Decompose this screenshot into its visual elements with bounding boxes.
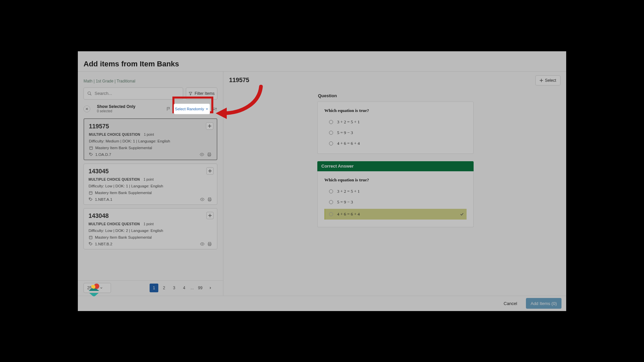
svg-point-8 bbox=[90, 154, 91, 154]
item-meta: Difficulty: Medium | DOK: 1 | Language: … bbox=[89, 139, 212, 143]
svg-rect-23 bbox=[89, 236, 92, 239]
preview-header: 119575 Select bbox=[229, 75, 560, 85]
search-input[interactable]: Search... bbox=[84, 87, 183, 100]
select-button[interactable]: Select bbox=[535, 75, 560, 85]
item-bank: Mastery Item Bank Supplemental bbox=[89, 146, 212, 150]
cancel-button[interactable]: Cancel bbox=[498, 298, 523, 309]
item-card[interactable]: 143048 MULTIPLE CHOICE QUESTION 1 point … bbox=[84, 208, 217, 249]
item-bank-label: Mastery Item Bank Supplemental bbox=[95, 191, 152, 195]
sort-icon[interactable] bbox=[213, 107, 217, 111]
next-page-button[interactable] bbox=[206, 284, 215, 292]
left-panel: Math | 1st Grade | Traditional Search...… bbox=[78, 71, 223, 296]
clear-selection-button[interactable] bbox=[84, 106, 90, 112]
radio-icon bbox=[329, 131, 333, 135]
bank-icon bbox=[89, 191, 93, 195]
page-button[interactable]: 2 bbox=[160, 284, 168, 292]
passage-icon[interactable] bbox=[200, 242, 205, 246]
correct-answer-panel: Which equation is true? 3 + 2 = 5 + 1 5 … bbox=[317, 171, 474, 227]
filter-items-button[interactable]: Filter Items bbox=[186, 87, 217, 100]
svg-point-25 bbox=[202, 243, 203, 244]
chevron-right-icon bbox=[209, 286, 212, 290]
modal-add-items: Add items from Item Banks Math | 1st Gra… bbox=[78, 51, 566, 311]
item-meta: Difficulty: Low | DOK: 2 | Language: Eng… bbox=[89, 229, 212, 233]
question-text: Which equation is true? bbox=[324, 177, 467, 183]
breadcrumb[interactable]: Math | 1st Grade | Traditional bbox=[84, 79, 135, 83]
show-selected-label: Show Selected Only bbox=[97, 105, 136, 109]
check-icon bbox=[460, 212, 464, 216]
tag-icon bbox=[89, 152, 93, 157]
select-randomly-button[interactable]: Select Randomly bbox=[174, 104, 210, 114]
question-text: Which equation is true? bbox=[324, 108, 467, 113]
add-items-button[interactable]: Add Items (0) bbox=[526, 298, 561, 309]
item-standard: 1.NBT.B.2 bbox=[95, 242, 112, 246]
page-button[interactable]: 99 bbox=[196, 284, 205, 292]
add-item-button[interactable] bbox=[206, 122, 213, 130]
svg-point-16 bbox=[90, 198, 90, 199]
answer-text: 4 + 6 = 6 + 4 bbox=[337, 212, 360, 217]
item-meta: Difficulty: Low | DOK: 1 | Language: Eng… bbox=[89, 184, 212, 188]
answer-option[interactable]: 5 = 9 − 3 bbox=[329, 130, 467, 135]
bank-icon bbox=[89, 146, 93, 150]
filter-label: Filter Items bbox=[195, 91, 214, 96]
item-card[interactable]: 119575 MULTIPLE CHOICE QUESTION 1 point … bbox=[84, 118, 217, 160]
answer-text: 5 = 9 − 3 bbox=[337, 130, 353, 135]
select-label: Select bbox=[545, 78, 556, 83]
print-icon[interactable] bbox=[207, 197, 212, 202]
item-bank-label: Mastery Item Bank Supplemental bbox=[95, 146, 152, 150]
item-standard: 1.NBT.A.1 bbox=[95, 197, 112, 201]
answer-option[interactable]: 4 + 6 = 6 + 4 bbox=[329, 141, 467, 146]
plus-icon bbox=[208, 124, 211, 128]
answer-option[interactable]: 3 + 2 = 5 + 1 bbox=[329, 119, 467, 125]
radio-icon bbox=[329, 200, 333, 204]
pager: 1 2 3 4 ... 99 bbox=[150, 284, 215, 292]
radio-icon bbox=[329, 120, 333, 124]
page-ellipsis: ... bbox=[190, 286, 195, 290]
selection-controls: Show Selected Only 0 selected Select Ran… bbox=[84, 103, 217, 115]
print-icon[interactable] bbox=[207, 152, 212, 157]
flag-icon[interactable] bbox=[166, 107, 171, 111]
svg-rect-7 bbox=[90, 146, 93, 149]
passage-icon[interactable] bbox=[200, 197, 205, 202]
select-randomly-label: Select Randomly bbox=[175, 107, 204, 111]
item-footer: 1.NBT.A.1 bbox=[89, 197, 212, 202]
svg-point-0 bbox=[88, 92, 91, 94]
radio-icon bbox=[329, 212, 333, 216]
radio-icon bbox=[329, 189, 333, 193]
funnel-icon bbox=[189, 92, 193, 96]
chevron-down-icon bbox=[205, 107, 209, 111]
bank-icon bbox=[89, 235, 93, 240]
add-item-button[interactable] bbox=[206, 167, 214, 175]
page-button[interactable]: 4 bbox=[180, 284, 189, 292]
search-placeholder: Search... bbox=[95, 91, 112, 96]
passage-icon[interactable] bbox=[199, 152, 205, 157]
answer-text: 4 + 6 = 6 + 4 bbox=[337, 141, 360, 146]
correct-answer-header: Correct Answer bbox=[317, 161, 474, 171]
answer-text: 3 + 2 = 5 + 1 bbox=[337, 119, 360, 125]
search-icon bbox=[87, 91, 92, 96]
item-footer: 1.NBT.B.2 bbox=[89, 242, 212, 246]
answer-text: 5 = 9 − 3 bbox=[337, 199, 353, 205]
preview-id: 119575 bbox=[229, 77, 249, 84]
item-card[interactable]: 143045 MULTIPLE CHOICE QUESTION 1 point … bbox=[84, 164, 217, 205]
svg-point-24 bbox=[90, 243, 90, 244]
item-id: 143045 bbox=[89, 168, 212, 175]
help-widget-icon[interactable] bbox=[87, 283, 101, 296]
page-button[interactable]: 1 bbox=[150, 284, 158, 292]
svg-line-1 bbox=[90, 94, 92, 95]
item-id: 119575 bbox=[89, 123, 212, 130]
preview-panel: 119575 Select Question Which equation is… bbox=[223, 71, 566, 296]
add-item-button[interactable] bbox=[206, 212, 214, 219]
item-type-row: MULTIPLE CHOICE QUESTION 1 point bbox=[89, 178, 212, 181]
svg-point-9 bbox=[202, 154, 202, 155]
print-icon[interactable] bbox=[207, 242, 212, 246]
item-footer: 1.OA.D.7 bbox=[89, 152, 212, 157]
page-button[interactable]: 3 bbox=[170, 284, 178, 292]
svg-rect-15 bbox=[89, 191, 92, 194]
plus-icon bbox=[208, 214, 212, 217]
page-title: Add items from Item Banks bbox=[84, 60, 179, 68]
svg-point-17 bbox=[202, 199, 203, 199]
item-type: MULTIPLE CHOICE QUESTION bbox=[89, 133, 140, 136]
item-points: 1 point bbox=[144, 222, 154, 226]
item-bank: Mastery Item Bank Supplemental bbox=[89, 191, 212, 195]
item-points: 1 point bbox=[144, 133, 154, 136]
